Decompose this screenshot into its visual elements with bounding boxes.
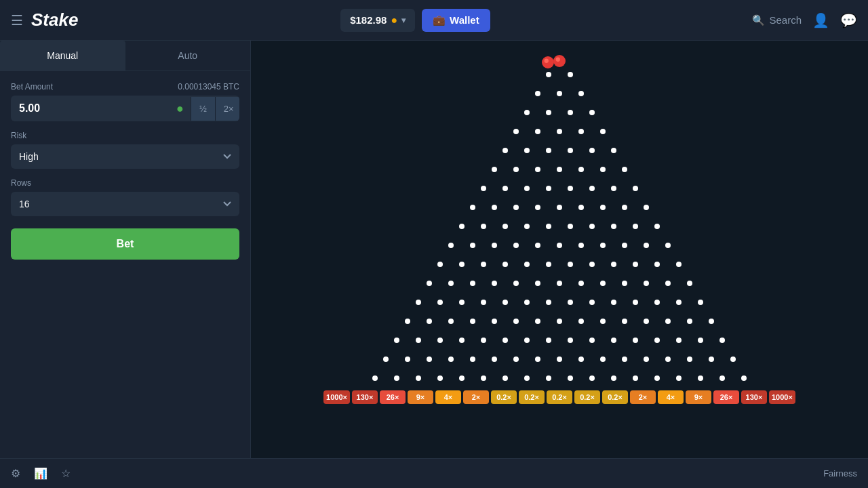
multiplier-box: 1000× [323,390,350,404]
fairness-link[interactable]: Fairness [823,468,857,479]
main-layout: Manual Auto Bet Amount 0.00013045 BTC ● … [0,41,868,458]
multiplier-box: 4× [658,390,684,404]
search-icon: 🔍 [752,14,765,26]
game-area: 1000×130×26×9×4×2×0.2×0.2×0.2×0.2×0.2×2×… [251,41,868,458]
multiplier-box: 26× [380,390,406,404]
balance-amount: $182.98 [350,14,387,26]
footer: ⚙ 📊 ☆ Fairness [0,458,868,488]
header-right: 🔍 Search 👤 💬 [752,12,857,28]
risk-select[interactable]: High Medium Low [11,144,239,169]
multiplier-box: 9× [686,390,711,404]
half-button[interactable]: ½ [191,97,215,121]
panel-content: Bet Amount 0.00013045 BTC ● ½ 2× Risk Hi… [0,71,250,270]
search-label: Search [769,14,802,26]
multiplier-box: 26× [713,390,739,404]
star-icon[interactable]: ☆ [61,467,71,480]
logo: Stake [31,9,78,30]
multiplier-box: 0.2× [491,390,517,404]
multiplier-box: 2× [463,390,489,404]
user-icon-button[interactable]: 👤 [812,12,829,28]
rows-label: Rows [11,178,239,188]
multiplier-box: 0.2× [574,390,600,404]
currency-icon: ● [170,102,191,116]
bet-amount-label-row: Bet Amount 0.00013045 BTC [11,82,239,92]
wallet-button[interactable]: 💼 Wallet [422,9,490,32]
coin-icon: ● [391,14,397,26]
wallet-icon: 💼 [433,14,446,26]
bet-button[interactable]: Bet [11,228,239,260]
multiplier-box: 9× [408,390,433,404]
header: ☰ Stake $182.98 ● ▾ 💼 Wallet 🔍 Search 👤 … [0,0,868,41]
multiplier-box: 130× [741,390,767,404]
tab-manual[interactable]: Manual [0,41,125,70]
tabs-bar: Manual Auto [0,41,250,71]
bet-input-row: ● ½ 2× [11,96,239,121]
multiplier-box: 0.2× [519,390,545,404]
multiplier-box: 130× [352,390,378,404]
balance-button[interactable]: $182.98 ● ▾ [340,9,415,32]
chevron-down-icon: ▾ [401,16,406,25]
multiplier-box: 0.2× [602,390,628,404]
multiplier-row: 1000×130×26×9×4×2×0.2×0.2×0.2×0.2×0.2×2×… [251,390,868,404]
bet-amount-label: Bet Amount [11,82,53,92]
plinko-canvas [349,54,770,386]
multiplier-box: 1000× [769,390,795,404]
multiplier-box: 2× [630,390,656,404]
settings-icon[interactable]: ⚙ [11,467,20,480]
stats-icon[interactable]: 📊 [34,467,47,480]
chat-icon-button[interactable]: 💬 [840,12,857,28]
tab-auto[interactable]: Auto [125,41,251,70]
rows-select[interactable]: 891011 12131415 16 [11,192,239,216]
menu-icon[interactable]: ☰ [11,12,23,28]
header-center: $182.98 ● ▾ 💼 Wallet [340,9,490,32]
risk-label: Risk [11,131,239,140]
search-button[interactable]: 🔍 Search [752,14,802,26]
left-panel: Manual Auto Bet Amount 0.00013045 BTC ● … [0,41,251,458]
wallet-label: Wallet [450,14,479,26]
multiplier-box: 4× [435,390,461,404]
multiplier-box: 0.2× [547,390,572,404]
bet-input[interactable] [11,96,170,121]
btc-value: 0.00013045 BTC [178,82,239,92]
double-button[interactable]: 2× [215,97,239,121]
